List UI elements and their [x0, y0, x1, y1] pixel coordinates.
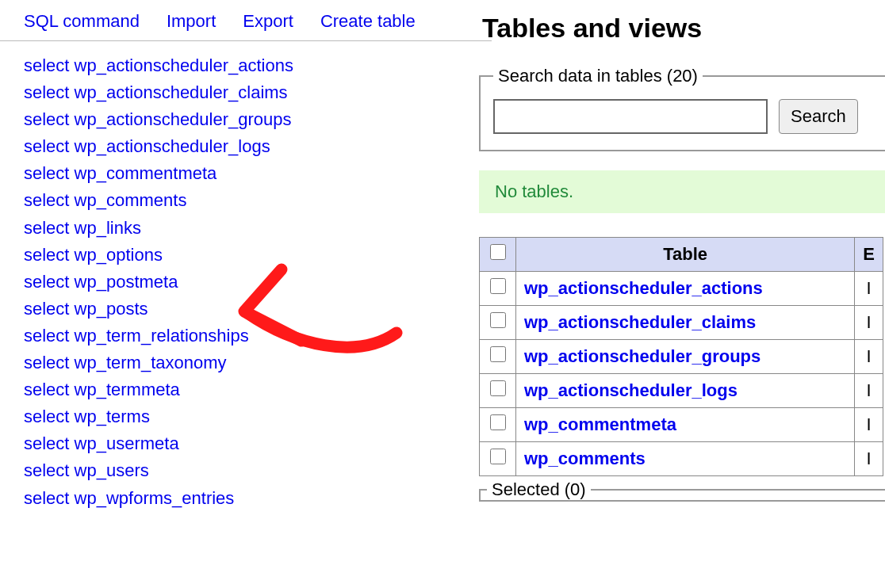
table-header-row: Table E: [480, 238, 883, 272]
sidebar-table-link[interactable]: select wp_users: [24, 457, 452, 484]
select-all-checkbox[interactable]: [490, 244, 506, 260]
row-checkbox[interactable]: [490, 380, 506, 396]
search-legend: Search data in tables (20): [493, 66, 703, 86]
sidebar-table-link[interactable]: select wp_links: [24, 215, 452, 242]
sidebar-table-link[interactable]: select wp_actionscheduler_logs: [24, 133, 452, 160]
create-table-link[interactable]: Create table: [320, 8, 416, 34]
table-list: select wp_actionscheduler_actionsselect …: [24, 52, 452, 512]
row-checkbox-cell: [480, 442, 516, 476]
export-link[interactable]: Export: [243, 8, 293, 34]
row-checkbox[interactable]: [490, 414, 506, 430]
row-table-name-cell: wp_actionscheduler_groups: [516, 340, 855, 374]
table-name-link[interactable]: wp_commentmeta: [524, 414, 676, 434]
row-table-name-cell: wp_actionscheduler_actions: [516, 272, 855, 306]
sidebar-table-link[interactable]: select wp_actionscheduler_groups: [24, 106, 452, 133]
table-row: wp_commentmetaI: [480, 408, 883, 442]
search-input[interactable]: [493, 99, 768, 134]
row-checkbox[interactable]: [490, 346, 506, 362]
sidebar-top-links: SQL command Import Export Create table: [24, 8, 452, 34]
row-table-name-cell: wp_comments: [516, 442, 855, 476]
row-table-name-cell: wp_commentmeta: [516, 408, 855, 442]
sidebar-table-link[interactable]: select wp_wpforms_entries: [24, 485, 452, 512]
sidebar-table-link[interactable]: select wp_commentmeta: [24, 160, 452, 187]
sidebar-table-link[interactable]: select wp_posts: [24, 296, 452, 323]
page-title: Tables and views: [482, 13, 885, 44]
selected-fieldset: Selected (0): [479, 479, 885, 502]
sidebar: SQL command Import Export Create table s…: [0, 0, 476, 520]
row-engine-cell: I: [855, 442, 883, 476]
import-link[interactable]: Import: [167, 8, 216, 34]
row-checkbox-cell: [480, 408, 516, 442]
main: Tables and views Search data in tables (…: [476, 0, 885, 521]
table-row: wp_actionscheduler_actionsI: [480, 272, 883, 306]
row-checkbox[interactable]: [490, 278, 506, 294]
sidebar-table-link[interactable]: select wp_term_relationships: [24, 323, 452, 349]
row-checkbox-cell: [480, 306, 516, 340]
sql-command-link[interactable]: SQL command: [24, 8, 140, 34]
table-row: wp_commentsI: [480, 442, 883, 476]
row-engine-cell: I: [855, 306, 883, 340]
sidebar-table-link[interactable]: select wp_usermeta: [24, 430, 452, 457]
row-checkbox[interactable]: [490, 449, 506, 464]
table-row: wp_actionscheduler_claimsI: [480, 306, 883, 340]
sidebar-table-link[interactable]: select wp_term_taxonomy: [24, 349, 452, 376]
table-name-link[interactable]: wp_actionscheduler_groups: [524, 346, 760, 366]
sidebar-table-link[interactable]: select wp_actionscheduler_actions: [24, 52, 452, 79]
sidebar-table-link[interactable]: select wp_actionscheduler_claims: [24, 79, 452, 106]
row-checkbox-cell: [480, 374, 516, 408]
sidebar-table-link[interactable]: select wp_termmeta: [24, 376, 452, 403]
search-fieldset: Search data in tables (20): [479, 66, 885, 151]
sidebar-table-link[interactable]: select wp_options: [24, 242, 452, 269]
table-name-link[interactable]: wp_comments: [524, 449, 646, 468]
selected-legend: Selected (0): [487, 479, 591, 500]
no-tables-message: No tables.: [479, 170, 885, 213]
row-table-name-cell: wp_actionscheduler_claims: [516, 306, 855, 340]
row-checkbox-cell: [480, 272, 516, 306]
sidebar-divider: [0, 40, 492, 41]
table-row: wp_actionscheduler_groupsI: [480, 340, 883, 374]
search-button[interactable]: [779, 99, 858, 134]
sidebar-table-link[interactable]: select wp_postmeta: [24, 269, 452, 296]
tables-table: Table E wp_actionscheduler_actionsIwp_ac…: [479, 237, 883, 476]
sidebar-table-link[interactable]: select wp_comments: [24, 187, 452, 214]
row-engine-cell: I: [855, 272, 883, 306]
table-name-link[interactable]: wp_actionscheduler_actions: [524, 278, 763, 298]
row-engine-cell: I: [855, 408, 883, 442]
row-checkbox-cell: [480, 340, 516, 374]
row-engine-cell: I: [855, 374, 883, 408]
sidebar-table-link[interactable]: select wp_terms: [24, 403, 452, 430]
table-row: wp_actionscheduler_logsI: [480, 374, 883, 408]
row-table-name-cell: wp_actionscheduler_logs: [516, 374, 855, 408]
select-all-header: [480, 238, 516, 272]
table-column-header[interactable]: Table: [516, 238, 855, 272]
row-checkbox[interactable]: [490, 312, 506, 328]
table-name-link[interactable]: wp_actionscheduler_logs: [524, 380, 738, 400]
row-engine-cell: I: [855, 340, 883, 374]
engine-column-header[interactable]: E: [855, 238, 883, 272]
table-name-link[interactable]: wp_actionscheduler_claims: [524, 312, 756, 332]
